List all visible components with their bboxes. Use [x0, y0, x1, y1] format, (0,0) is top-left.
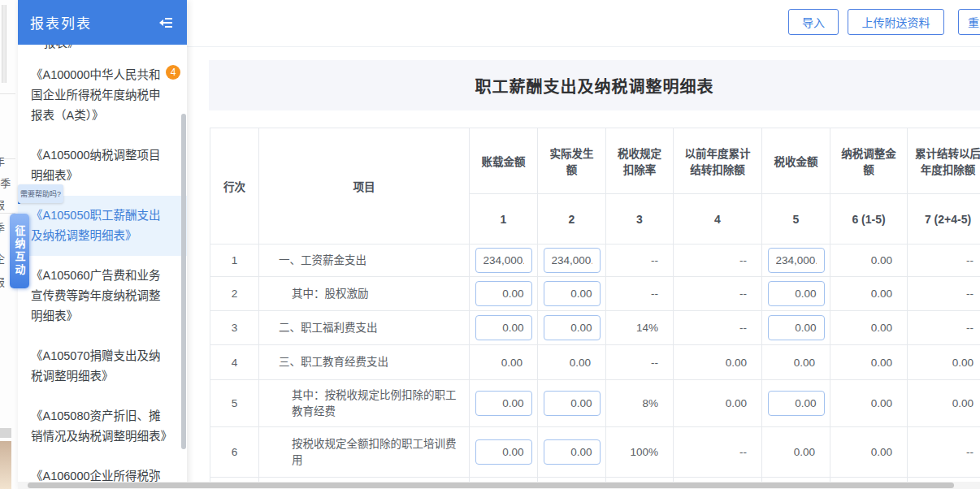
value-cell [470, 244, 538, 277]
value-cell: 0.00 [674, 380, 762, 427]
row-index-cell: 2 [210, 277, 259, 311]
col-header-name: 税收规定扣除率 [606, 128, 674, 194]
col-header-number: 4 [674, 194, 762, 244]
col-header-name: 账载金额 [470, 128, 538, 194]
amount-input[interactable] [475, 315, 532, 340]
value-cell: 0.00 [908, 345, 980, 380]
amount-input[interactable] [768, 248, 825, 273]
salary-expense-table: 行次项目账载金额实际发生额税收规定扣除率以前年度累计结转扣除额税收金额纳税调整金… [210, 128, 980, 482]
report-item-label: 《A105000纳税调整项目明细表》 [31, 149, 161, 182]
col-header-name: 纳税调整金额 [830, 128, 908, 194]
value-cell: -- [674, 244, 762, 277]
report-item-label: 《A105080资产折旧、摊销情况及纳税调整明细表》 [31, 409, 172, 443]
col-header-name: 以前年度累计结转扣除额 [674, 128, 762, 194]
value-cell: 0.00 [830, 380, 908, 427]
horizontal-scrollbar-thumb[interactable] [28, 483, 954, 488]
row-index-cell: 4 [210, 345, 259, 380]
collapse-sidebar-icon[interactable] [157, 15, 175, 30]
underlying-text-fragment: 企 [0, 250, 5, 266]
report-list-item[interactable]: 《A105070捐赠支出及纳税调整明细表》 [18, 336, 187, 396]
table-row: 4三、职工教育经费支出0.000.00--0.000.000.000.00 [210, 345, 980, 380]
form-title-band: 职工薪酬支出及纳税调整明细表 [209, 60, 980, 110]
row-index-cell: 5 [210, 380, 259, 427]
amount-input[interactable] [475, 281, 532, 306]
amount-input[interactable] [768, 315, 825, 340]
value-cell: -- [674, 311, 762, 345]
item-name-cell: 按税收规定全额扣除的职工培训费用 [259, 427, 470, 478]
col-header-number: 3 [606, 194, 674, 244]
amount-input[interactable] [544, 281, 601, 306]
item-name-cell: 二、职工福利费支出 [259, 311, 470, 345]
value-cell [762, 244, 830, 277]
upload-attachments-button[interactable]: 上传附送资料 [848, 9, 944, 35]
value-cell: 0.00 [830, 345, 908, 380]
value-cell: -- [908, 427, 980, 478]
report-list: 《A100000中华人民共和国企业所得税年度纳税申报表（A类）》4《A10500… [18, 54, 187, 489]
tax-interaction-tab[interactable]: 征纳互动 [10, 214, 29, 288]
value-cell: -- [606, 244, 674, 277]
help-tooltip: 需要帮助吗? [18, 184, 63, 203]
value-cell: 0.00 [762, 427, 830, 478]
row-index-cell: 1 [210, 244, 259, 277]
amount-input[interactable] [475, 439, 532, 465]
report-list-item[interactable]: 《A105050职工薪酬支出及纳税调整明细表》 [18, 196, 187, 256]
col-header-number: 7 (2+4-5) [908, 194, 980, 244]
amount-input[interactable] [475, 391, 532, 416]
item-name-cell: 一、工资薪金支出 [259, 244, 470, 277]
amount-input[interactable] [544, 439, 601, 465]
table-row: 1一、工资薪金支出----0.00-- [210, 244, 980, 277]
reset-button[interactable]: 重置 [958, 9, 980, 35]
value-cell: 0.00 [830, 277, 908, 311]
value-cell [762, 380, 830, 427]
value-cell: 8% [606, 380, 674, 427]
sidebar-scrollbar-thumb[interactable] [181, 114, 186, 449]
underlying-gray-block [0, 428, 11, 438]
report-item-label: 《A100000中华人民共和国企业所得税年度纳税申报表（A类）》 [31, 68, 161, 122]
import-button[interactable]: 导入 [788, 9, 839, 35]
value-cell [762, 277, 830, 311]
value-cell [538, 244, 606, 277]
table-row: 5其中：按税收规定比例扣除的职工教育经费8%0.000.000.00 [210, 380, 980, 427]
value-cell: 14% [606, 311, 674, 345]
item-name-cell: 其中：股权激励 [259, 277, 470, 311]
toolbar: 导入 上传附送资料 重置 [187, 0, 980, 47]
report-list-sidebar: 报表列表 报表》 《A100000中华人民共和国企业所得税年度纳税申报表（A类）… [18, 0, 187, 489]
error-count-badge: 4 [166, 65, 180, 80]
value-cell: 0.00 [762, 345, 830, 380]
value-cell: 0.00 [674, 345, 762, 380]
value-cell [538, 311, 606, 345]
amount-input[interactable] [544, 248, 601, 273]
underlying-grid-line [0, 93, 15, 94]
report-list-item[interactable]: 《A105080资产折旧、摊销情况及纳税调整明细表》 [18, 396, 187, 457]
amount-input[interactable] [475, 248, 532, 273]
col-header-name: 实际发生额 [538, 128, 606, 194]
value-cell [470, 311, 538, 345]
row-index-cell: 3 [210, 311, 259, 345]
col-header-number: 1 [470, 194, 538, 244]
page-title: 职工薪酬支出及纳税调整明细表 [475, 74, 714, 97]
col-header-name: 税收金额 [762, 128, 830, 194]
amount-input[interactable] [768, 391, 825, 416]
value-cell: 0.00 [908, 380, 980, 427]
clipped-report-item: 报表》 [18, 45, 187, 54]
item-name-cell: 其中：按税收规定比例扣除的职工教育经费 [259, 380, 470, 427]
col-header-number: 2 [538, 194, 606, 244]
report-list-item[interactable]: 《A100000中华人民共和国企业所得税年度纳税申报表（A类）》4 [18, 55, 187, 136]
sidebar-header: 报表列表 [18, 0, 187, 45]
form-table-container: 行次项目账载金额实际发生额税收规定扣除率以前年度累计结转扣除额税收金额纳税调整金… [210, 128, 980, 482]
sidebar-title: 报表列表 [30, 12, 92, 32]
report-list-item[interactable]: 《A105060广告费和业务宣传费等跨年度纳税调整明细表》 [18, 256, 187, 336]
amount-input[interactable] [544, 391, 601, 416]
underlying-text-fragment: 季 [0, 219, 5, 235]
col-header-number: 6 (1-5) [830, 194, 908, 244]
col-header-row-index: 行次 [210, 128, 259, 244]
value-cell: 0.00 [830, 244, 908, 277]
value-cell: -- [674, 277, 762, 311]
amount-input[interactable] [768, 281, 825, 306]
value-cell: 0.00 [470, 345, 538, 380]
amount-input[interactable] [544, 315, 601, 340]
value-cell: 0.00 [538, 345, 606, 380]
value-cell [470, 277, 538, 311]
value-cell: -- [908, 311, 980, 345]
value-cell: -- [908, 244, 980, 277]
